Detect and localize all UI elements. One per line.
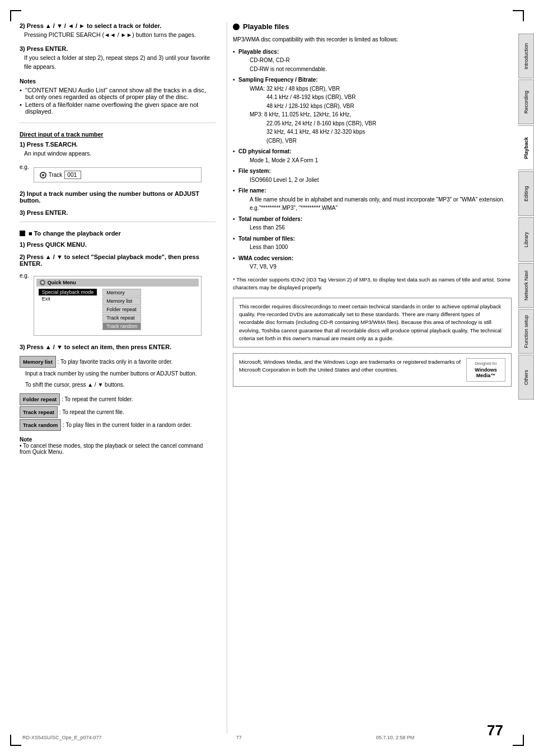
- playable-footnote: * This recorder supports ID3v2 (ID3 Tag …: [233, 276, 512, 292]
- section-file-system: File system: ISO9660 Level 1, 2 or Jolie…: [233, 167, 512, 184]
- right-content: MP3/WMA disc compatibility with this rec…: [233, 35, 512, 387]
- co-step3: 3) Press ▲ / ▼ to select an item, then p…: [20, 344, 216, 350]
- sidebar-tab-playback[interactable]: Playback: [518, 125, 534, 170]
- qm-item-special-playback[interactable]: Special playback mode: [39, 289, 97, 295]
- note-body: • To cancel these modes, stop the playba…: [20, 443, 216, 455]
- step-3-body: If you select a folder at step 2), repea…: [20, 54, 216, 72]
- section-total-folders: Total number of folders: Less than 256: [233, 215, 512, 232]
- section-divider: [20, 123, 216, 123]
- sidebar-tab-function-setup[interactable]: Function setup: [518, 309, 534, 354]
- section-cd-format: CD physical format: Mode 1, Mode 2 XA Fo…: [233, 147, 512, 165]
- memory-list-row: Memory list : To play favorite tracks on…: [20, 356, 216, 368]
- step-3-title: 3) Press ENTER.: [20, 45, 216, 52]
- di-step3-title: 3) Press ENTER.: [20, 209, 216, 216]
- di-step1-title: 1) Press T.SEARCH.: [20, 141, 216, 148]
- qm-item-exit[interactable]: Exit: [39, 295, 97, 302]
- step-2-track-folder: 2) Press ▲ / ▼ / ◄ / ► to select a track…: [20, 22, 216, 40]
- di-step2-title: 2) Input a track number using the number…: [20, 190, 216, 204]
- footer-doc-id: RD-XS54SU/SC_Ope_E_p074-077: [22, 735, 102, 740]
- track-label: Track: [49, 172, 63, 178]
- qm-right-memory-list[interactable]: Memory list: [102, 297, 141, 305]
- co-step1-title: 1) Press QUICK MENU.: [20, 241, 216, 248]
- footer-left: RD-XS54SU/SC_Ope_E_p074-077 77: [22, 735, 414, 740]
- folder-repeat-desc: : To repeat the current folder.: [62, 396, 133, 402]
- memory-list-desc: : To play favorite tracks only in a favo…: [58, 359, 173, 365]
- note-2: Letters of a file/folder name overflowin…: [20, 101, 216, 115]
- section-file-name: File name: A file name should be in alph…: [233, 186, 512, 213]
- badge-track-random: Track random: [20, 419, 61, 431]
- qm-menu-area: Special playback mode Exit Memory Memory…: [36, 287, 199, 333]
- qm-inner: ⊕ Quick Menu Special playback mode Exit …: [34, 276, 201, 335]
- badge-memory-list: Memory list: [20, 356, 56, 368]
- track-random-row: Track random : To play files in the curr…: [20, 419, 216, 431]
- qm-header: ⊕ Quick Menu: [36, 279, 199, 287]
- corner-mark-bl: [10, 735, 21, 746]
- right-column: Playable files MP3/WMA disc compatibilit…: [227, 22, 512, 734]
- di-step3: 3) Press ENTER.: [20, 209, 216, 216]
- win-media-top: Designed for: [475, 361, 497, 367]
- step-3-enter: 3) Press ENTER. If you select a folder a…: [20, 45, 216, 72]
- sidebar-tab-others[interactable]: Others: [518, 355, 534, 400]
- section-square-icon: [20, 231, 25, 236]
- qm-right-track-repeat[interactable]: Track repeat: [102, 314, 141, 322]
- sidebar-tabs: Introduction Recording Playback Editing …: [518, 34, 534, 400]
- main-content: 2) Press ▲ / ▼ / ◄ / ► to select a track…: [20, 22, 512, 734]
- left-column: 2) Press ▲ / ▼ / ◄ / ► to select a track…: [20, 22, 221, 734]
- co-step2: 2) Press ▲ / ▼ to select "Special playba…: [20, 253, 216, 267]
- track-random-desc: : To play files in the current folder in…: [63, 422, 192, 428]
- eg-qm-row: e.g. ⊕ Quick Menu Special playback mode …: [20, 273, 216, 339]
- memory-list-sub2: To shift the cursor, press ▲ / ▼ buttons…: [25, 380, 216, 390]
- track-repeat-desc: : To repeat the current file.: [59, 409, 124, 415]
- qm-header-icon: ⊕: [40, 280, 45, 285]
- playable-intro: MP3/WMA disc compatibility with this rec…: [233, 35, 512, 44]
- bottom-note: Note • To cancel these modes, stop the p…: [20, 436, 216, 455]
- track-repeat-row: Track repeat : To repeat the current fil…: [20, 406, 216, 418]
- sidebar-tab-introduction[interactable]: Introduction: [518, 34, 534, 78]
- eg-label: e.g.: [20, 164, 29, 170]
- section-wma-codec: WMA codec version: V7, V8, V9: [233, 254, 512, 271]
- playable-dot-icon: [233, 24, 240, 30]
- info-box-1-text: This recorder requires discs/recordings …: [239, 303, 502, 341]
- playable-files-title: Playable files: [243, 22, 289, 31]
- notes-title: Notes: [20, 78, 216, 84]
- footer-date: 05.7.10, 2:58 PM: [376, 735, 415, 740]
- disc-icon: [40, 172, 46, 179]
- playable-files-title-row: Playable files: [233, 22, 512, 31]
- footer-page: 77: [236, 735, 242, 740]
- di-step1: 1) Press T.SEARCH. An input window appea…: [20, 141, 216, 158]
- info-box-2-text: Microsoft, Windows Media, and the Window…: [239, 358, 461, 382]
- step-2-body: Pressing PICTURE SEARCH (◄◄ / ►►) button…: [20, 31, 216, 40]
- corner-mark-tr: [513, 10, 524, 21]
- eg-track-input-row: e.g. Track 001: [20, 164, 216, 186]
- qm-right-track-random[interactable]: Track random: [102, 322, 141, 330]
- info-box-1: This recorder requires discs/recordings …: [233, 298, 512, 348]
- info-box-2: Microsoft, Windows Media, and the Window…: [233, 353, 512, 387]
- win-media-badge: Designed for WindowsMedia™: [466, 358, 505, 382]
- corner-mark-tl: [10, 10, 21, 21]
- quick-menu-screenshot: ⊕ Quick Menu Special playback mode Exit …: [34, 276, 202, 336]
- di-step1-body: An input window appears.: [20, 149, 216, 158]
- sidebar-tab-library[interactable]: Library: [518, 217, 534, 262]
- qm-right-memory[interactable]: Memory: [102, 289, 141, 297]
- eg-label-2: e.g.: [20, 273, 29, 279]
- qm-right-folder-repeat[interactable]: Folder repeat: [102, 306, 141, 313]
- corner-mark-br: [513, 735, 524, 746]
- section-playable-discs: Playable discs: CD-ROM, CD-R CD-RW is no…: [233, 48, 512, 74]
- folder-repeat-row: Folder repeat : To repeat the current fo…: [20, 393, 216, 405]
- section-sampling: Sampling Frequency / Bitrate: WMA: 32 kH…: [233, 76, 512, 145]
- sidebar-tab-editing[interactable]: Editing: [518, 171, 534, 216]
- sidebar-tab-network-navi[interactable]: Network Navi: [518, 263, 534, 308]
- notes-section: Notes "CONTENT MENU Audio List" cannot s…: [20, 78, 216, 115]
- sidebar-tab-recording[interactable]: Recording: [518, 79, 534, 124]
- track-number-display: 001: [64, 171, 81, 179]
- track-input-eg: Track 001: [34, 167, 202, 182]
- memory-list-sub: Input a track number by using the number…: [25, 369, 216, 379]
- qm-header-label: Quick Menu: [48, 280, 76, 285]
- di-step2: 2) Input a track number using the number…: [20, 190, 216, 204]
- change-order-title: ■ To change the playback order: [29, 230, 121, 237]
- badge-track-repeat: Track repeat: [20, 406, 58, 418]
- track-input-sim: Track 001: [40, 171, 195, 179]
- co-step3-title: 3) Press ▲ / ▼ to select an item, then p…: [20, 344, 216, 350]
- win-media-main: WindowsMedia™: [475, 367, 496, 379]
- note-title: Note: [20, 436, 216, 443]
